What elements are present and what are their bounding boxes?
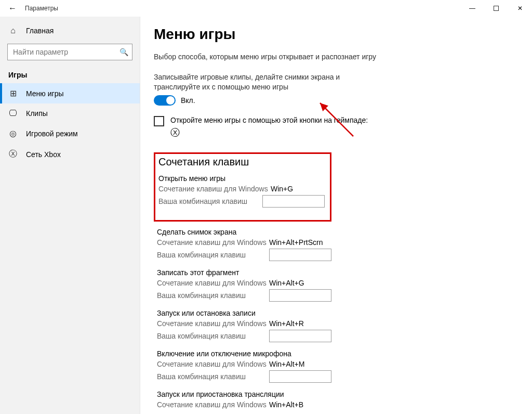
shortcut-value: Win+G bbox=[271, 185, 293, 193]
shortcut-value: Win+Alt+PrtScrn bbox=[269, 238, 323, 247]
shortcut-title: Запуск или приостановка трансляции bbox=[157, 390, 331, 398]
shortcut-title: Открыть меню игры bbox=[158, 174, 325, 183]
sidebar-item-xbox-network[interactable]: ⓧ Сеть Xbox bbox=[0, 144, 140, 165]
section-label: Игры bbox=[0, 66, 140, 83]
close-button[interactable]: ✕ bbox=[508, 0, 532, 17]
shortcuts-heading: Сочетания клавиш bbox=[158, 156, 325, 168]
sidebar-item-label: Меню игры bbox=[26, 89, 64, 98]
game-menu-icon: ⊞ bbox=[8, 88, 18, 98]
shortcut-user-input[interactable] bbox=[269, 330, 331, 342]
shortcut-windows-label: Сочетание клавиш для Windows bbox=[157, 360, 269, 368]
home-icon: ⌂ bbox=[8, 26, 18, 35]
back-button[interactable]: ← bbox=[0, 4, 25, 13]
sidebar-item-clips[interactable]: 🖵 Клипы bbox=[0, 104, 140, 123]
search-container: 🔍 bbox=[7, 44, 132, 60]
shortcut-value: Win+Alt+M bbox=[269, 360, 304, 368]
shortcuts-highlight-box: Сочетания клавиш Открыть меню игры Сочет… bbox=[154, 152, 331, 222]
shortcut-user-label: Ваша комбинация клавиш bbox=[157, 372, 269, 381]
shortcut-title: Запуск или остановка записи bbox=[157, 309, 331, 317]
search-icon: 🔍 bbox=[119, 48, 128, 56]
shortcut-user-input[interactable] bbox=[269, 289, 331, 302]
shortcut-windows-label: Сочетание клавиш для Windows bbox=[157, 238, 269, 247]
clips-icon: 🖵 bbox=[8, 109, 18, 118]
gamepad-checkbox[interactable] bbox=[154, 116, 164, 126]
sidebar-item-label: Игровой режим bbox=[26, 130, 78, 138]
xbox-icon: ⓧ bbox=[8, 149, 18, 160]
toggle-state-label: Вкл. bbox=[181, 96, 195, 105]
game-menu-toggle[interactable] bbox=[154, 95, 176, 106]
home-nav[interactable]: ⌂ Главная bbox=[0, 21, 140, 41]
shortcut-windows-label: Сочетание клавиш для Windows bbox=[158, 185, 271, 193]
main-content: Меню игры Выбор способа, которым меню иг… bbox=[140, 17, 532, 414]
shortcut-user-input[interactable] bbox=[262, 195, 325, 208]
shortcut-value: Win+Alt+B bbox=[269, 400, 303, 409]
shortcut-user-label: Ваша комбинация клавиш bbox=[157, 332, 269, 340]
shortcut-windows-label: Сочетание клавиш для Windows bbox=[157, 400, 269, 409]
shortcut-user-label: Ваша комбинация клавиш bbox=[158, 197, 262, 205]
page-title: Меню игры bbox=[154, 26, 520, 43]
shortcut-windows-label: Сочетание клавиш для Windows bbox=[157, 279, 269, 287]
shortcut-title: Сделать снимок экрана bbox=[157, 228, 331, 236]
shortcut-title: Записать этот фрагмент bbox=[157, 268, 331, 277]
sidebar-item-game-menu[interactable]: ⊞ Меню игры bbox=[0, 83, 140, 104]
shortcut-group: Открыть меню игры Сочетание клавиш для W… bbox=[158, 174, 325, 208]
shortcut-value: Win+Alt+R bbox=[269, 319, 304, 328]
search-input[interactable] bbox=[7, 44, 132, 60]
home-label: Главная bbox=[26, 27, 54, 35]
maximize-button[interactable] bbox=[484, 0, 508, 17]
gamepad-checkbox-label: Откройте меню игры с помощью этой кнопки… bbox=[170, 116, 368, 124]
shortcut-title: Включение или отключение микрофона bbox=[157, 350, 331, 358]
sidebar-item-game-mode[interactable]: ◎ Игровой режим bbox=[0, 123, 140, 144]
sidebar-item-label: Сеть Xbox bbox=[26, 150, 61, 159]
minimize-button[interactable]: — bbox=[460, 0, 484, 17]
shortcut-user-input[interactable] bbox=[269, 249, 331, 261]
game-mode-icon: ◎ bbox=[8, 128, 18, 138]
shortcut-user-label: Ваша комбинация клавиш bbox=[157, 251, 269, 259]
sidebar: ⌂ Главная 🔍 Игры ⊞ Меню игры 🖵 Клипы ◎ И… bbox=[0, 17, 140, 414]
shortcut-user-label: Ваша комбинация клавиш bbox=[157, 291, 269, 300]
shortcut-user-input[interactable] bbox=[269, 370, 331, 383]
toggle-description: Записывайте игровые клипы, делайте снимк… bbox=[154, 72, 382, 92]
shortcut-windows-label: Сочетание клавиш для Windows bbox=[157, 319, 269, 328]
xbox-button-icon: ⓧ bbox=[170, 126, 520, 139]
shortcut-value: Win+Alt+G bbox=[269, 279, 304, 287]
window-title: Параметры bbox=[25, 5, 58, 12]
sidebar-item-label: Клипы bbox=[26, 109, 48, 118]
page-description: Выбор способа, которым меню игры открыва… bbox=[154, 52, 382, 62]
